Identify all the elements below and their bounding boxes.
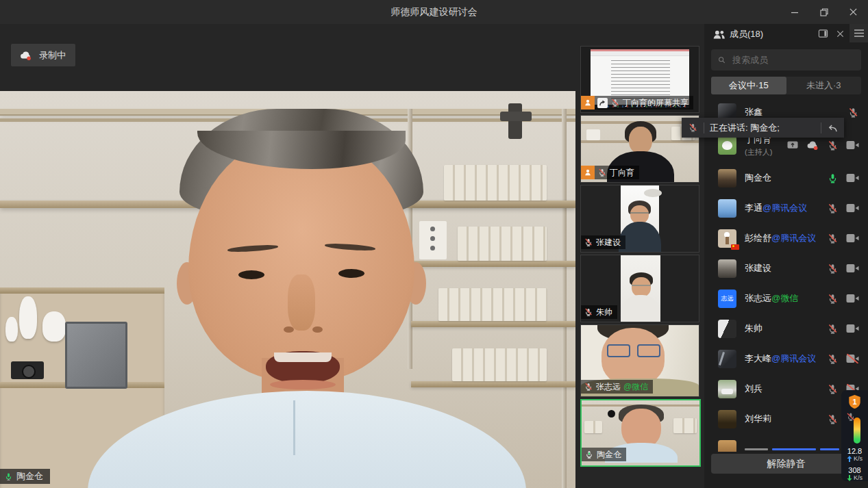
recording-badge[interactable]: 录制中	[11, 44, 75, 66]
mic-muted-icon[interactable]	[827, 353, 839, 365]
restore-button[interactable]	[809, 0, 839, 24]
member-avatar	[718, 350, 736, 368]
camera-on-icon[interactable]	[846, 140, 859, 150]
member-avatar: 志远	[718, 290, 736, 308]
camera-object	[11, 361, 44, 379]
mic-muted-icon	[584, 237, 593, 247]
vase	[19, 296, 37, 339]
member-name: 李大峰	[745, 352, 771, 365]
mic-muted-icon[interactable]	[827, 140, 839, 151]
member-search-input[interactable]	[731, 54, 854, 66]
member-avatar	[718, 320, 736, 338]
mic-muted-icon[interactable]	[827, 413, 839, 425]
member-platform-suffix: @腾讯会议	[771, 352, 816, 365]
camera-on-icon[interactable]	[846, 173, 859, 183]
thumbnail-label-suffix: @微信	[623, 381, 648, 393]
member-name: 刘华莉	[745, 413, 771, 425]
close-button[interactable]	[839, 0, 868, 24]
active-speaker-name: 陶金仓	[16, 470, 43, 483]
close-panel-button[interactable]	[836, 29, 845, 38]
camera-on-icon[interactable]	[846, 264, 859, 273]
download-arrow-icon	[847, 475, 852, 481]
member-row[interactable]: 彭绘舒@腾讯会议	[704, 223, 868, 253]
download-speed-value: 308	[848, 466, 860, 474]
cloud-recording-icon[interactable]	[806, 140, 819, 151]
member-row[interactable]: 李大峰@腾讯会议	[704, 344, 868, 374]
monitor	[65, 322, 127, 389]
mic-muted-icon[interactable]	[847, 107, 859, 118]
video-thumbnail-strip: 丁向育的屏幕共享 丁向育	[575, 24, 704, 488]
thumbnail-label: 丁向育	[610, 167, 634, 179]
speaker-face	[188, 138, 414, 381]
meeting-window: 师德师风建设研讨会 录制中	[0, 0, 868, 488]
glasses	[632, 285, 651, 290]
mic-muted-icon[interactable]	[827, 263, 839, 274]
vase	[5, 317, 18, 342]
speaking-toast-text: 正在讲话: 陶金仓;	[710, 122, 815, 134]
minimize-icon	[791, 8, 799, 16]
speaking-toast: 正在讲话: 陶金仓;	[682, 118, 844, 138]
svg-text:1: 1	[852, 398, 856, 406]
screen-share-icon[interactable]	[786, 140, 799, 151]
member-avatar	[718, 380, 736, 398]
mic-active-icon	[4, 472, 13, 481]
security-shield-badge[interactable]: 1	[847, 394, 862, 409]
thumbnail-screen-share[interactable]: 丁向育的屏幕共享	[580, 46, 699, 113]
popout-icon	[818, 29, 828, 38]
mic-muted-icon[interactable]	[827, 323, 839, 335]
member-search[interactable]	[711, 49, 861, 70]
thumbnail-label: 朱帅	[596, 307, 612, 318]
mic-muted-icon	[584, 382, 593, 391]
member-row[interactable]: 李通@腾讯会议	[704, 193, 868, 223]
avatar-initials: 志远	[718, 290, 736, 308]
member-name: 张志远	[745, 292, 771, 305]
main-stage: 录制中	[0, 24, 575, 488]
mic-active-icon[interactable]	[827, 172, 839, 184]
camera-on-icon[interactable]	[846, 203, 859, 213]
member-row[interactable]: 志远张志远@微信	[704, 283, 868, 313]
member-avatar	[718, 136, 736, 155]
thumbnail-zhushuai[interactable]: 朱帅	[580, 255, 699, 322]
member-name: 彭绘舒	[745, 232, 771, 244]
member-row[interactable]: 朱帅	[704, 313, 868, 344]
upload-arrow-icon	[847, 456, 852, 462]
search-icon	[718, 55, 726, 65]
close-icon	[836, 29, 845, 38]
thumbnail-zhangjianshe[interactable]: 张建设	[580, 185, 699, 253]
mic-muted-icon[interactable]	[827, 233, 839, 244]
shield-icon: 1	[847, 394, 862, 409]
window-title: 师德师风建设研讨会	[0, 0, 868, 24]
member-role: (主持人)	[745, 147, 778, 157]
thumbnail-label: 陶金仓	[597, 449, 621, 461]
presenter-badge-icon	[581, 96, 595, 110]
member-platform-suffix: @腾讯会议	[771, 232, 816, 244]
minimize-button[interactable]	[780, 0, 809, 24]
member-platform-suffix: @腾讯会议	[762, 202, 807, 214]
member-name: 朱帅	[745, 322, 762, 335]
mic-muted-icon[interactable]	[827, 293, 839, 305]
member-avatar	[718, 169, 736, 188]
mic-muted-icon[interactable]	[827, 203, 839, 214]
thumbnail-taojincang-active[interactable]: 陶金仓	[580, 399, 701, 467]
camera-off-icon[interactable]	[846, 354, 859, 363]
member-name: 刘兵	[745, 383, 762, 395]
upload-speed-value: 12.8	[847, 447, 862, 455]
unmute-button[interactable]: 解除静音	[711, 454, 861, 474]
camera-on-icon[interactable]	[846, 294, 859, 303]
mic-muted-icon	[597, 168, 607, 177]
popout-panel-button[interactable]	[818, 29, 828, 38]
camera-on-icon[interactable]	[846, 324, 859, 333]
thumbnail-zhangzhiyuan[interactable]: 张志远@微信	[580, 324, 699, 397]
tab-in-meeting[interactable]: 会议中·15	[711, 77, 786, 94]
panel-menu-button[interactable]	[850, 24, 868, 42]
mic-level-meter	[847, 414, 863, 443]
tab-not-joined[interactable]: 未进入·3	[786, 77, 862, 94]
mic-muted-icon[interactable]	[827, 383, 839, 395]
member-row[interactable]: 张建设	[704, 253, 868, 283]
member-row[interactable]: 陶金仓	[704, 163, 868, 193]
member-avatar	[718, 229, 736, 248]
vase	[42, 311, 66, 342]
camera-on-icon[interactable]	[846, 233, 859, 243]
restore-toast-button[interactable]	[827, 123, 838, 133]
reply-arrow-icon	[827, 123, 838, 133]
